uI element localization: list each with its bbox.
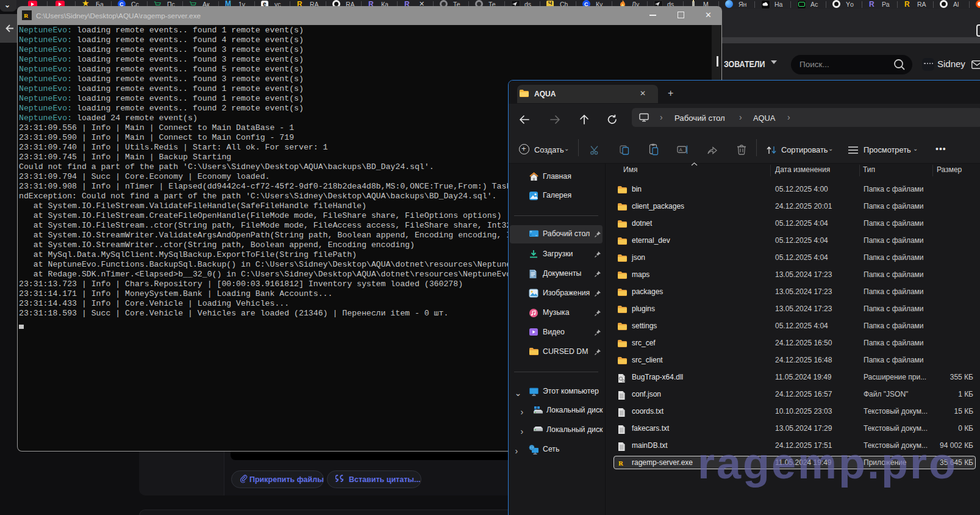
svg-text:A: A (679, 147, 683, 153)
